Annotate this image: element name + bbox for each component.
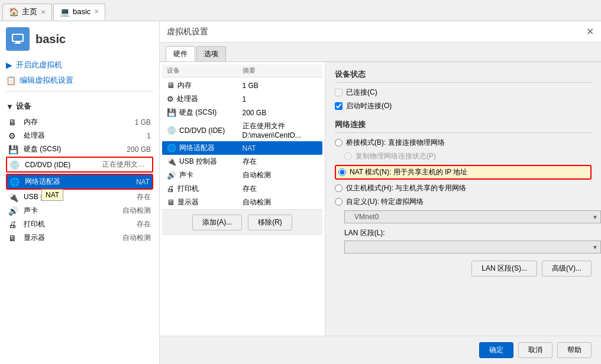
dialog-tabs: 硬件 选项 bbox=[160, 43, 601, 62]
header-summary: 摘要 bbox=[243, 66, 318, 75]
radio-nat-input[interactable] bbox=[338, 168, 346, 176]
dialog-titlebar: 虚拟机设置 ✕ bbox=[160, 21, 601, 43]
device-network-value: NAT bbox=[136, 178, 150, 186]
radio-replicate-input[interactable] bbox=[344, 152, 352, 160]
radio-custom-input[interactable] bbox=[335, 198, 342, 206]
device-list: 设备 摘要 🖥内存 1 GB ⚙处理器 1 💾硬盘 (SCSI) 200 GB bbox=[160, 62, 325, 336]
radio-replicate-label: 复制物理网络连接状态(P) bbox=[356, 151, 436, 161]
lan-label: LAN 区段(L): bbox=[335, 228, 592, 238]
content-area: basic ▶ 开启此虚拟机 📋 编辑虚拟机设置 ▼ 设备 🖥 内存 1 G bbox=[0, 21, 601, 364]
add-device-button[interactable]: 添加(A)... bbox=[192, 214, 242, 230]
dlist-display-name: 显示器 bbox=[177, 197, 199, 207]
tab-home-close[interactable]: ✕ bbox=[41, 9, 46, 15]
radio-replicate[interactable]: 复制物理网络连接状态(P) bbox=[335, 151, 592, 161]
lan-segment-button[interactable]: LAN 区段(S)... bbox=[471, 261, 537, 277]
device-sound[interactable]: 🔊 声卡 自动检测 bbox=[6, 204, 153, 217]
device-memory[interactable]: 🖥 内存 1 GB bbox=[6, 115, 153, 129]
radio-hostonly-input[interactable] bbox=[335, 184, 342, 192]
action-start[interactable]: ▶ 开启此虚拟机 bbox=[6, 58, 153, 72]
radio-bridge-input[interactable] bbox=[335, 139, 342, 147]
radio-bridge-label: 桥接模式(B): 直接连接物理网络 bbox=[346, 138, 445, 148]
dlist-disk[interactable]: 💾硬盘 (SCSI) 200 GB bbox=[162, 106, 322, 119]
device-printer[interactable]: 🖨 打印机 存在 bbox=[6, 217, 153, 231]
dlist-usb-name: USB 控制器 bbox=[179, 157, 217, 167]
network-connection-section: 网络连接 桥接模式(B): 直接连接物理网络 复制物理网络连接状态(P) bbox=[335, 119, 592, 277]
device-display[interactable]: 🖥 显示器 自动检测 bbox=[6, 231, 153, 245]
dialog-tab-hardware[interactable]: 硬件 bbox=[166, 46, 195, 61]
dlist-usb-icon: 🔌 bbox=[167, 157, 176, 166]
device-cdrom[interactable]: 💿 CD/DVD (IDE) 正在使用文件 D: bbox=[6, 157, 153, 173]
nat-option-highlight: NAT 模式(N): 用于共享主机的 IP 地址 bbox=[335, 165, 592, 180]
cancel-button[interactable]: 取消 bbox=[518, 342, 552, 358]
radio-nat-label: NAT 模式(N): 用于共享主机的 IP 地址 bbox=[350, 167, 467, 177]
dlist-disk-name: 硬盘 (SCSI) bbox=[179, 108, 217, 118]
device-sound-name: 声卡 bbox=[24, 206, 118, 216]
advanced-button[interactable]: 高级(V)... bbox=[542, 261, 592, 277]
startup-connected-checkbox[interactable] bbox=[335, 102, 342, 110]
vmnet-select[interactable]: VMnet0 ▼ bbox=[344, 210, 601, 223]
svg-rect-1 bbox=[13, 35, 22, 41]
dialog-close-button[interactable]: ✕ bbox=[586, 26, 594, 37]
dlist-sound-icon: 🔊 bbox=[167, 171, 176, 180]
device-disk[interactable]: 💾 硬盘 (SCSI) 200 GB bbox=[6, 142, 153, 156]
dlist-network[interactable]: 🌐网络适配器 NAT bbox=[162, 141, 322, 155]
dlist-usb[interactable]: 🔌USB 控制器 存在 bbox=[162, 155, 322, 168]
tab-basic-close[interactable]: ✕ bbox=[94, 8, 99, 15]
connected-checkbox[interactable] bbox=[335, 89, 342, 96]
radio-bridge[interactable]: 桥接模式(B): 直接连接物理网络 bbox=[335, 138, 592, 148]
tab-basic[interactable]: 💻 basic ✕ bbox=[53, 4, 105, 20]
radio-hostonly[interactable]: 仅主机模式(H): 与主机共享的专用网络 bbox=[335, 183, 592, 193]
connected-label[interactable]: 已连接(C) bbox=[335, 87, 377, 98]
device-usb[interactable]: 🔌 USB 控制器 存在 NAT bbox=[6, 190, 153, 204]
action-edit[interactable]: 📋 编辑虚拟机设置 bbox=[6, 73, 153, 87]
app-window: 🏠 主页 ✕ 💻 basic ✕ basic ▶ 开启此虚拟机 bbox=[0, 0, 601, 364]
confirm-button[interactable]: 确定 bbox=[479, 342, 513, 358]
device-cpu-value: 1 bbox=[147, 132, 151, 140]
network-icon: 🌐 bbox=[9, 177, 21, 187]
dlist-cpu-name: 处理器 bbox=[177, 94, 198, 104]
edit-icon: 📋 bbox=[6, 76, 16, 85]
disk-icon: 💾 bbox=[8, 145, 20, 154]
sound-icon: 🔊 bbox=[8, 206, 20, 216]
left-panel: basic ▶ 开启此虚拟机 📋 编辑虚拟机设置 ▼ 设备 🖥 内存 1 G bbox=[0, 21, 160, 364]
home-icon: 🏠 bbox=[9, 7, 19, 17]
radio-hostonly-label: 仅主机模式(H): 与主机共享的专用网络 bbox=[346, 183, 466, 193]
dlist-cpu-summary: 1 bbox=[243, 95, 318, 103]
tab-home[interactable]: 🏠 主页 ✕ bbox=[2, 4, 52, 20]
dlist-network-icon: 🌐 bbox=[167, 144, 176, 152]
dialog-tab-hardware-label: 硬件 bbox=[173, 50, 188, 58]
device-cdrom-name: CD/DVD (IDE) bbox=[25, 161, 98, 169]
dlist-memory[interactable]: 🖥内存 1 GB bbox=[162, 79, 322, 92]
radio-nat[interactable]: NAT 模式(N): 用于共享主机的 IP 地址 bbox=[338, 167, 467, 177]
dlist-display-summary: 自动检测 bbox=[243, 197, 318, 207]
dlist-network-summary: NAT bbox=[243, 144, 318, 152]
device-network[interactable]: 🌐 网络适配器 NAT bbox=[6, 174, 153, 190]
dlist-printer-name: 打印机 bbox=[177, 184, 199, 194]
dlist-display[interactable]: 🖥显示器 自动检测 bbox=[162, 196, 322, 209]
device-printer-value: 存在 bbox=[137, 219, 151, 229]
dlist-cpu[interactable]: ⚙处理器 1 bbox=[162, 92, 322, 106]
section-arrow: ▼ bbox=[6, 102, 14, 111]
dlist-cdrom[interactable]: 💿CD/DVD (IDE) 正在使用文件 D:\maven\CentO... bbox=[162, 119, 322, 141]
dialog-tab-options[interactable]: 选项 bbox=[196, 46, 226, 61]
dialog-tab-options-label: 选项 bbox=[204, 50, 218, 58]
lan-arrow: ▼ bbox=[592, 244, 598, 251]
vm-header: basic bbox=[6, 27, 153, 51]
dlist-sound[interactable]: 🔊声卡 自动检测 bbox=[162, 168, 322, 182]
device-cpu[interactable]: ⚙ 处理器 1 bbox=[6, 129, 153, 142]
action-start-label: 开启此虚拟机 bbox=[16, 60, 62, 70]
device-list-header: 设备 摘要 bbox=[162, 64, 322, 77]
tab-basic-label: basic bbox=[73, 7, 91, 16]
device-printer-name: 打印机 bbox=[24, 219, 132, 229]
radio-custom[interactable]: 自定义(U): 特定虚拟网络 bbox=[335, 197, 592, 207]
device-footer-buttons: 添加(A)... 移除(R) bbox=[162, 209, 322, 235]
dlist-disk-summary: 200 GB bbox=[243, 109, 318, 117]
dlist-cdrom-name: CD/DVD (IDE) bbox=[179, 126, 225, 135]
lan-select[interactable]: ▼ bbox=[344, 240, 601, 254]
remove-device-button[interactable]: 移除(R) bbox=[248, 214, 292, 230]
dlist-printer[interactable]: 🖨打印机 存在 bbox=[162, 182, 322, 196]
section-devices: ▼ 设备 bbox=[6, 101, 153, 112]
startup-connected-label[interactable]: 启动时连接(O) bbox=[335, 101, 392, 111]
dlist-network-name: 网络适配器 bbox=[179, 143, 215, 153]
help-button[interactable]: 帮助 bbox=[557, 342, 592, 358]
